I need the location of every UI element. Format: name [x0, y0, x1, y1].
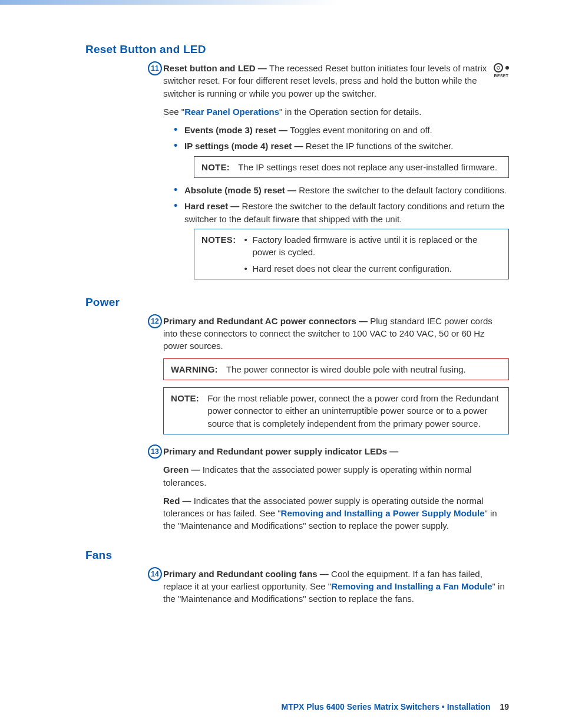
heading-power: Power	[85, 296, 509, 309]
link-power-supply-module[interactable]: Removing and Installing a Power Supply M…	[281, 508, 485, 518]
callout-14: 14	[148, 567, 162, 581]
footer-title: MTPX Plus 6400 Series Matrix Switchers •…	[282, 702, 491, 711]
item-11-see: See "Rear Panel Operations" in the Opera…	[163, 106, 509, 118]
warning-label: WARNING:	[171, 363, 218, 375]
heading-fans: Fans	[85, 549, 509, 562]
item-13-green: Green — Indicates that the associated po…	[163, 463, 509, 489]
footer-page-number: 19	[500, 702, 509, 711]
note-text: For the most reliable power, connect the…	[207, 392, 501, 430]
notes-label: NOTES:	[201, 233, 236, 275]
reset-icon: RESET	[494, 63, 509, 78]
bullet-absolute-reset: Absolute (mode 5) reset — Restore the sw…	[175, 184, 509, 196]
note-label: NOTE:	[171, 392, 199, 430]
item-13-red: Red — Indicates that the associated powe…	[163, 495, 509, 532]
warning-power: WARNING: The power connector is wired do…	[163, 358, 509, 380]
note-text: The IP settings reset does not replace a…	[238, 161, 497, 173]
item-11-bullets: Events (mode 3) reset — Toggles event mo…	[163, 124, 509, 279]
callout-13: 13	[148, 444, 162, 459]
note-label: NOTE:	[201, 161, 230, 173]
link-fan-module[interactable]: Removing and Installing a Fan Module	[331, 581, 492, 591]
page-footer: MTPX Plus 6400 Series Matrix Switchers •…	[282, 702, 510, 711]
notes-hard-reset: NOTES: Factory loaded firmware is active…	[194, 229, 509, 279]
note-ip-reset: NOTE: The IP settings reset does not rep…	[194, 156, 509, 178]
reset-icon-label: RESET	[494, 74, 509, 78]
item-12-text: Primary and Redundant AC power connector…	[163, 315, 509, 353]
notes-item-b: Hard reset does not clear the current co…	[244, 262, 501, 275]
notes-item-a: Factory loaded firmware is active until …	[244, 233, 501, 259]
item-11: 11 RESET Reset button and LED — The rece…	[85, 62, 509, 279]
callout-12: 12	[148, 314, 162, 328]
item-11-lead-bold: Reset button and LED —	[163, 63, 269, 73]
item-11-lead: Reset button and LED — The recessed Rese…	[163, 62, 509, 100]
bullet-events-reset: Events (mode 3) reset — Toggles event mo…	[175, 124, 509, 136]
top-gradient-band	[0, 0, 562, 5]
warning-text: The power connector is wired double pole…	[226, 363, 466, 375]
item-13: 13 Primary and Redundant power supply in…	[85, 445, 509, 532]
link-rear-panel-operations[interactable]: Rear Panel Operations	[184, 107, 279, 117]
heading-reset: Reset Button and LED	[85, 43, 509, 56]
item-12: 12 Primary and Redundant AC power connec…	[85, 315, 509, 434]
item-14-text: Primary and Redundant cooling fans — Coo…	[163, 568, 509, 605]
page-content: Reset Button and LED 11 RESET Reset butt…	[0, 5, 562, 605]
notes-list: Factory loaded firmware is active until …	[244, 233, 501, 275]
item-13-heading: Primary and Redundant power supply indic…	[163, 445, 509, 457]
item-14: 14 Primary and Redundant cooling fans — …	[85, 568, 509, 605]
bullet-ip-reset: IP settings (mode 4) reset — Reset the I…	[175, 140, 509, 178]
note-power: NOTE: For the most reliable power, conne…	[163, 387, 509, 434]
callout-11: 11	[148, 61, 162, 75]
bullet-hard-reset: Hard reset — Restore the switcher to the…	[175, 200, 509, 279]
